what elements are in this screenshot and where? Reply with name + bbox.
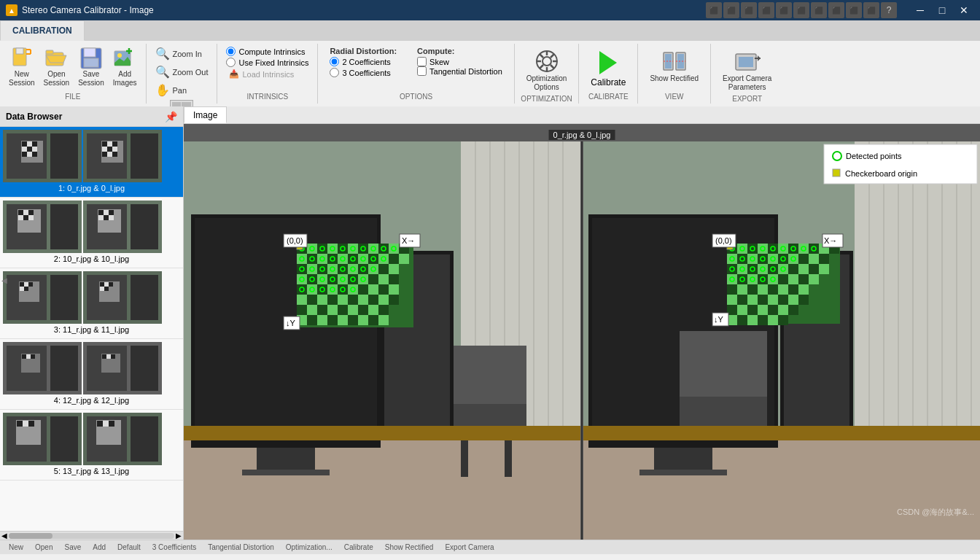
item-label-4: 4: 12_r.jpg & 12_l.jpg [3,394,180,406]
svg-rect-77 [109,210,114,215]
3coeff-radio[interactable]: 3 Coefficients [330,68,397,77]
svg-marker-24 [599,51,617,74]
svg-rect-226 [348,315,358,325]
svg-rect-367 [758,315,768,325]
svg-rect-172 [297,264,307,274]
toolbar-icon-5[interactable]: ⬛ [776,2,792,18]
svg-rect-162 [307,254,317,264]
scroll-track[interactable] [9,533,174,539]
compute-section: Compute: Skew Tangential Distortion [411,45,508,79]
minimize-button[interactable]: ─ [910,2,930,18]
svg-rect-125 [103,421,109,427]
toolbar-icon-8[interactable]: ⬛ [828,2,844,18]
svg-rect-324 [747,264,758,274]
svg-rect-104 [26,354,31,359]
save-session-button[interactable]: SaveSession [75,45,107,89]
toolbar-icon-10[interactable]: ⬛ [863,2,879,18]
bottom-export-camera[interactable]: Export Camera [442,542,497,552]
list-item[interactable]: 3: 11_r.jpg & 11_l.jpg [0,268,183,339]
toolbar-icon-2[interactable]: ⬛ [723,2,739,18]
tab-calibration[interactable]: CALIBRATION [0,20,85,41]
toolbar-icon-3[interactable]: ⬛ [741,2,757,18]
help-icon[interactable]: ? [881,2,897,18]
export-camera-button[interactable]: Export CameraParameters [717,45,777,95]
list-item[interactable]: 5: 13_r.jpg & 13_l.jpg [0,410,183,481]
svg-rect-339 [798,274,809,284]
calibrate-button[interactable]: Calibrate [585,45,631,90]
svg-rect-97 [100,287,104,291]
new-session-button[interactable]: NewSession [6,45,38,89]
optimization-options-button[interactable]: OptimizationOptions [521,45,573,95]
svg-rect-87 [28,282,33,287]
sidebar-pin-icon[interactable]: 📌 [165,111,177,122]
sidebar-horizontal-scrollbar[interactable]: ◀ ▶ [0,531,183,540]
bottom-tangential[interactable]: Tangential Distortion [205,542,277,552]
svg-rect-299 [583,426,980,440]
svg-rect-337 [778,274,788,284]
toolbar-icon-1[interactable]: ⬛ [706,2,722,18]
export-camera-label: Export CameraParameters [723,74,771,92]
svg-rect-119 [28,421,34,427]
compute-intrinsics-radio[interactable]: Compute Intrinsics [226,47,308,56]
svg-text:↓Y: ↓Y [286,319,296,327]
zoom-out-icon: 🔍 [155,65,170,79]
bottom-default[interactable]: Default [114,542,144,552]
svg-rect-89 [24,287,28,291]
svg-rect-327 [778,264,788,274]
zoom-in-button[interactable]: 🔍 Zoom In [152,45,205,62]
bottom-add[interactable]: Add [90,542,109,552]
intrinsics-options: Compute Intrinsics Use Fixed Intrinsics … [223,45,311,81]
add-images-button[interactable]: AddImages [110,45,140,89]
svg-rect-359 [747,305,758,315]
toolbar-icon-4[interactable]: ⬛ [758,2,774,18]
skew-checkbox[interactable]: Skew [417,57,502,66]
svg-rect-206 [338,295,348,305]
pan-button[interactable]: ✋ Pan [152,82,190,98]
bottom-3coeff[interactable]: 3 Coefficients [149,542,199,552]
bottom-optimization[interactable]: Optimization... [283,542,335,552]
bottom-new[interactable]: New [6,542,26,552]
open-session-button[interactable]: OpenSession [41,45,73,89]
scroll-up-icon[interactable]: ◀ [0,276,9,284]
toolbar-icon-6[interactable]: ⬛ [793,2,809,18]
svg-rect-92 [131,275,158,320]
bottom-open[interactable]: Open [32,542,55,552]
tab-image[interactable]: Image [184,106,227,123]
list-item[interactable]: 4: 12_r.jpg & 12_l.jpg [0,339,183,410]
list-item[interactable]: 2: 10_r.jpg & 10_l.jpg [0,198,183,268]
svg-rect-126 [109,421,114,427]
load-intrinsics-button[interactable]: 📥 Load Intrinsics [226,69,308,79]
toolbar-icon-9[interactable]: ⬛ [846,2,862,18]
bottom-save[interactable]: Save [61,542,84,552]
scroll-thumb[interactable] [9,533,52,539]
svg-rect-326 [768,264,778,274]
svg-rect-96 [109,282,113,287]
2coeff-radio[interactable]: 2 Coefficients [330,57,397,66]
tangential-checkbox[interactable]: Tangential Distortion [417,66,502,76]
svg-rect-140 [257,448,315,470]
svg-rect-8 [84,48,96,57]
svg-rect-69 [23,215,28,220]
open-session-label: OpenSession [44,70,70,88]
bottom-show-rectified[interactable]: Show Rectified [382,542,437,552]
toolbar-icon-7[interactable]: ⬛ [811,2,827,18]
maximize-button[interactable]: □ [932,2,952,18]
svg-rect-350 [737,295,747,305]
pan-icon: ✋ [155,83,170,97]
thumb-right-5 [83,413,162,465]
svg-rect-340 [809,274,819,284]
svg-rect-182 [297,274,307,284]
scroll-right-btn[interactable]: ▶ [176,532,182,540]
scroll-left-btn[interactable]: ◀ [1,532,7,540]
show-rectified-button[interactable]: Show Rectified [644,45,704,86]
list-item[interactable]: 1: 0_r.jpg & 0_l.jpg [0,127,183,198]
svg-rect-42 [22,147,27,152]
zoom-out-button[interactable]: 🔍 Zoom Out [152,63,211,80]
svg-rect-223 [317,315,327,325]
svg-rect-173 [307,264,317,274]
svg-rect-169 [378,254,389,264]
bottom-calibrate[interactable]: Calibrate [341,542,376,552]
close-button[interactable]: ✕ [954,2,974,18]
use-fixed-intrinsics-radio[interactable]: Use Fixed Intrinsics [226,58,308,67]
svg-rect-85 [20,282,24,287]
